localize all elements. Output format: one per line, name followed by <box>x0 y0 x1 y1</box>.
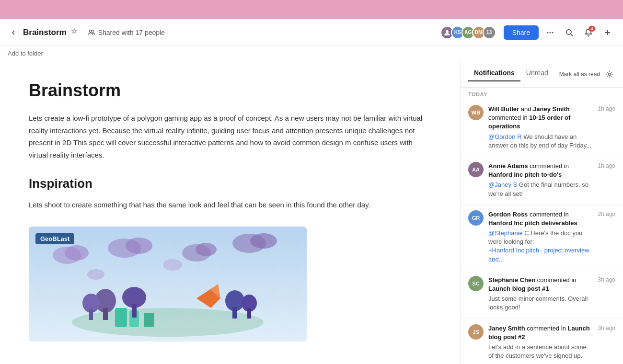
notif-body-5: Janey Smith commented in Launch blog pos… <box>488 324 593 361</box>
notifications-header: Notifications Unread Mark all as read <box>461 61 623 88</box>
svg-rect-27 <box>132 304 137 318</box>
star-icon[interactable] <box>70 28 78 37</box>
notif-time-1: 1h ago <box>598 105 615 150</box>
add-to-folder-link[interactable]: Add to folder <box>8 50 43 57</box>
notif-comment-2: @Janey S Got the final numbers, so we're… <box>488 181 593 198</box>
doc-title: Brainstorm <box>23 28 67 37</box>
header-bar: Brainstorm Shared with 17 people <box>0 19 623 46</box>
header-right: KS AG DM 13 Share <box>440 25 615 40</box>
notifications-button[interactable]: 4 <box>581 25 596 40</box>
search-button[interactable] <box>562 25 577 40</box>
tab-notifications[interactable]: Notifications <box>468 67 520 81</box>
add-button[interactable] <box>600 25 615 40</box>
svg-point-13 <box>196 243 217 256</box>
notifications-actions: Mark all as read <box>559 68 615 80</box>
notif-avatar-2: AA <box>468 162 484 177</box>
geoblast-badge: GeoBLast <box>35 233 74 244</box>
notif-avatar-5: JS <box>468 324 484 340</box>
notif-comment-3: @Stephanie C Here's the doc you were loo… <box>488 229 593 246</box>
svg-rect-25 <box>103 308 108 320</box>
notifications-list: TODAY WB Will Butler and Janey Smith com… <box>461 88 623 364</box>
sub-header: Add to folder <box>0 46 623 61</box>
notif-avatar-4: SC <box>468 276 484 291</box>
svg-point-15 <box>250 233 277 249</box>
mark-all-read-button[interactable]: Mark all as read <box>559 71 600 78</box>
notif-body-3: Gordon Ross commented in Hanford Inc pit… <box>488 210 593 264</box>
notif-comment-1: @Gordon R We should have an answer on th… <box>488 133 593 150</box>
svg-point-3 <box>547 32 549 33</box>
header-left: Brainstorm Shared with 17 people <box>8 27 440 38</box>
notifications-panel: Notifications Unread Mark all as read TO… <box>460 61 623 364</box>
avatars-row: KS AG DM 13 <box>440 26 496 39</box>
notif-text-1: Will Butler and Janey Smith commented in… <box>488 105 593 131</box>
svg-point-34 <box>609 73 611 76</box>
notifications-settings-button[interactable] <box>604 68 615 80</box>
svg-rect-31 <box>232 307 237 318</box>
notif-body-4: Stephanie Chen commented in Launch blog … <box>488 276 593 312</box>
notif-time-3: 2h ago <box>598 211 615 264</box>
notif-time-4: 3h ago <box>598 276 615 312</box>
notif-text-5: Janey Smith commented in Launch blog pos… <box>488 324 593 341</box>
notif-text-4: Stephanie Chen commented in Launch blog … <box>488 276 593 293</box>
share-button[interactable]: Share <box>504 25 539 40</box>
avatar-count[interactable]: 13 <box>483 26 496 39</box>
notif-comment-5: Let's add in a sentence about some of th… <box>488 343 593 360</box>
svg-rect-29 <box>89 309 93 320</box>
inspiration-heading: Inspiration <box>29 176 431 191</box>
notification-item[interactable]: AA Annie Adams commented in Hanford Inc … <box>461 156 623 205</box>
svg-point-17 <box>87 269 104 280</box>
svg-rect-33 <box>247 308 251 318</box>
notification-item[interactable]: JS Janey Smith commented in Launch blog … <box>461 318 623 364</box>
svg-point-5 <box>552 32 554 33</box>
main-container: Brainstorm Shared with 17 people <box>0 19 623 364</box>
today-label: TODAY <box>461 88 623 99</box>
top-bar <box>0 0 623 19</box>
notif-text-3: Gordon Ross commented in Hanford Inc pit… <box>488 210 593 228</box>
shared-people-icon <box>88 29 95 36</box>
notif-comment-4: Just some minor comments. Overall looks … <box>488 295 593 312</box>
notif-avatar-1: WB <box>468 105 484 120</box>
shared-info: Shared with 17 people <box>88 29 165 36</box>
svg-point-2 <box>446 30 449 33</box>
notif-text-2: Annie Adams commented in Hanford Inc pit… <box>488 162 593 179</box>
document-paragraph-2: Lets shoot to create something that has … <box>29 199 431 211</box>
svg-rect-21 <box>115 308 127 327</box>
svg-point-6 <box>566 30 571 34</box>
notification-item[interactable]: WB Will Butler and Janey Smith commented… <box>461 99 623 156</box>
notification-item[interactable]: GR Gordon Ross commented in Hanford Inc … <box>461 205 623 270</box>
notif-extra-link-3: +Hanford Inc pitch · project overview an… <box>488 246 593 263</box>
document-area: Brainstorm Lets create a low-fi prototyp… <box>0 61 460 364</box>
shared-text: Shared with 17 people <box>98 29 165 36</box>
document-title: Brainstorm <box>29 80 431 101</box>
tab-unread[interactable]: Unread <box>520 67 554 81</box>
svg-point-9 <box>65 245 89 261</box>
notif-body-1: Will Butler and Janey Smith commented in… <box>488 105 593 150</box>
svg-point-11 <box>126 238 152 254</box>
svg-point-16 <box>163 259 182 271</box>
notif-time-5: 3h ago <box>598 325 615 361</box>
notif-time-2: 1h ago <box>598 162 615 198</box>
back-button[interactable] <box>8 27 19 38</box>
more-options-button[interactable] <box>542 25 558 40</box>
content-wrapper: Brainstorm Lets create a low-fi prototyp… <box>0 61 623 364</box>
document-image: GeoBLast <box>29 227 307 341</box>
notif-avatar-3: GR <box>468 210 484 226</box>
notification-badge: 4 <box>588 26 595 32</box>
svg-point-4 <box>550 32 551 33</box>
notif-body-2: Annie Adams commented in Hanford Inc pit… <box>488 162 593 198</box>
notifications-tabs: Notifications Unread <box>468 67 554 81</box>
notification-item[interactable]: SC Stephanie Chen commented in Launch bl… <box>461 270 623 318</box>
document-paragraph-1: Lets create a low-fi prototype of a poly… <box>29 112 431 161</box>
svg-rect-23 <box>144 313 154 327</box>
